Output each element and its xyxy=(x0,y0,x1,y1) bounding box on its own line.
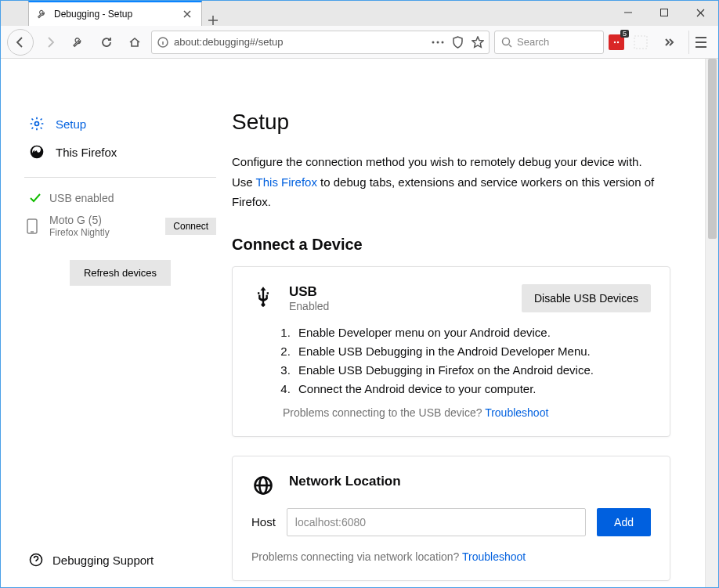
main-content: Setup Configure the connection method yo… xyxy=(232,110,670,587)
window-controls xyxy=(610,1,718,26)
usb-status-label: USB enabled xyxy=(49,192,114,204)
help-icon xyxy=(29,553,43,567)
browser-tab[interactable]: Debugging - Setup xyxy=(28,1,202,26)
support-label: Debugging Support xyxy=(52,554,154,567)
close-tab-icon[interactable] xyxy=(181,8,193,20)
info-icon[interactable] xyxy=(157,36,169,49)
sidebar-label: Setup xyxy=(56,117,86,131)
device-name: Moto G (5) xyxy=(49,214,156,227)
host-input[interactable] xyxy=(287,508,586,536)
phone-icon xyxy=(24,218,40,234)
step-item: Enable USB Debugging in the Android Deve… xyxy=(294,342,651,361)
step-item: Connect the Android device to your compu… xyxy=(294,380,651,399)
svg-point-2 xyxy=(432,41,435,43)
separator xyxy=(24,177,216,178)
svg-point-3 xyxy=(437,41,439,43)
usb-status: USB enabled xyxy=(24,189,216,207)
debugging-support-link[interactable]: Debugging Support xyxy=(24,545,216,587)
home-button[interactable] xyxy=(123,31,146,54)
titlebar: Debugging - Setup xyxy=(1,1,718,26)
close-window-button[interactable] xyxy=(682,1,718,24)
usb-card: USB Enabled Disable USB Devices Enable D… xyxy=(232,266,670,437)
refresh-devices-button[interactable]: Refresh devices xyxy=(70,260,171,286)
device-item[interactable]: Moto G (5) Firefox Nightly Connect xyxy=(24,207,216,244)
connect-button[interactable]: Connect xyxy=(165,218,216,235)
tab-title: Debugging - Setup xyxy=(54,9,175,20)
page-title: Setup xyxy=(232,110,670,135)
overflow-icon[interactable] xyxy=(657,31,681,54)
url-bar[interactable]: about:debugging#/setup xyxy=(151,31,490,54)
usb-troubleshoot: Problems connecting to the USB device? T… xyxy=(283,406,651,419)
host-label: Host xyxy=(251,515,276,528)
usb-status-text: Enabled xyxy=(289,300,508,312)
sidebar-item-setup[interactable]: Setup xyxy=(24,110,216,138)
extension-badge[interactable]: 5 xyxy=(609,34,624,50)
sidebar-label: This Firefox xyxy=(56,146,117,159)
svg-point-4 xyxy=(442,41,444,43)
network-card: Network Location Host Add Problems conne… xyxy=(232,456,670,581)
svg-point-7 xyxy=(617,41,619,42)
svg-rect-0 xyxy=(661,9,668,16)
step-item: Enable USB Debugging in Firefox on the A… xyxy=(294,361,651,380)
svg-point-5 xyxy=(503,38,510,45)
minimize-button[interactable] xyxy=(610,1,646,24)
reload-button[interactable] xyxy=(95,31,118,54)
usb-icon xyxy=(251,284,275,308)
troubleshoot-link[interactable]: Troubleshoot xyxy=(462,550,526,563)
search-input[interactable] xyxy=(517,36,597,48)
shield-icon[interactable] xyxy=(452,36,464,49)
bookmark-star-icon[interactable] xyxy=(472,36,484,49)
firefox-icon xyxy=(29,144,45,160)
usb-steps: Enable Developer menu on your Android de… xyxy=(294,323,651,399)
search-bar[interactable] xyxy=(494,31,604,54)
network-troubleshoot: Problems connecting via network location… xyxy=(251,550,651,563)
vertical-scrollbar[interactable] xyxy=(705,59,718,587)
maximize-button[interactable] xyxy=(646,1,682,24)
dev-tools-button[interactable] xyxy=(67,31,90,54)
forward-button[interactable] xyxy=(38,31,62,54)
extension-placeholder-icon[interactable] xyxy=(629,31,652,54)
url-text: about:debugging#/setup xyxy=(174,36,427,48)
page-actions-icon[interactable] xyxy=(432,41,444,44)
svg-point-9 xyxy=(35,122,39,126)
disable-usb-button[interactable]: Disable USB Devices xyxy=(522,284,651,312)
usb-title: USB xyxy=(289,284,508,300)
hamburger-menu-button[interactable] xyxy=(688,31,712,54)
globe-icon xyxy=(251,474,275,497)
svg-point-6 xyxy=(614,41,616,42)
search-icon xyxy=(501,37,512,48)
troubleshoot-link[interactable]: Troubleshoot xyxy=(485,406,548,419)
new-tab-button[interactable] xyxy=(202,15,224,26)
wrench-icon xyxy=(37,9,48,20)
add-host-button[interactable]: Add xyxy=(597,508,651,536)
sidebar-item-this-firefox[interactable]: This Firefox xyxy=(24,138,216,166)
device-sub: Firefox Nightly xyxy=(49,227,156,238)
step-item: Enable Developer menu on your Android de… xyxy=(294,323,651,342)
check-icon xyxy=(29,192,42,204)
connect-device-heading: Connect a Device xyxy=(232,236,670,254)
intro-text: Configure the connection method you wish… xyxy=(232,152,670,212)
svg-rect-8 xyxy=(634,36,647,49)
this-firefox-link[interactable]: This Firefox xyxy=(256,175,317,189)
back-button[interactable] xyxy=(7,29,34,56)
network-title: Network Location xyxy=(289,474,651,489)
scrollbar-thumb[interactable] xyxy=(708,59,717,239)
gear-icon xyxy=(29,116,45,132)
badge-count: 5 xyxy=(620,30,629,38)
sidebar: Setup This Firefox USB enabled xyxy=(24,110,216,587)
browser-toolbar: about:debugging#/setup 5 xyxy=(1,26,718,59)
